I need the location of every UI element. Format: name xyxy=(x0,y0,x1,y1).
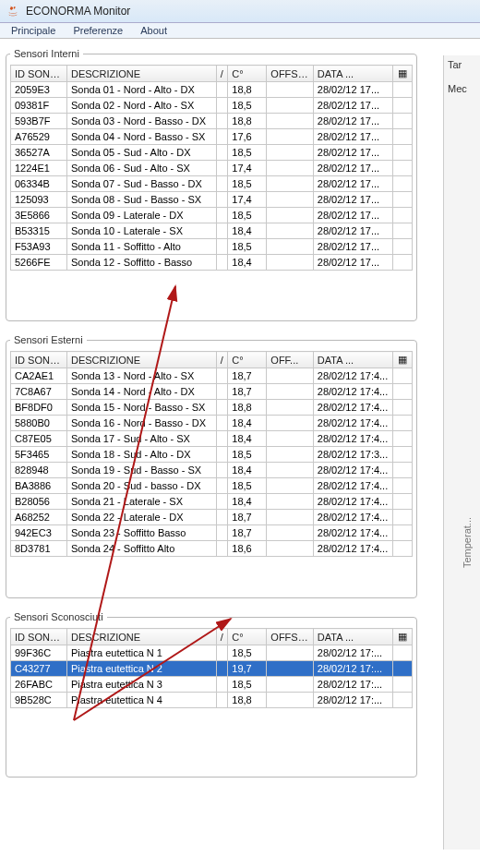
col-temp[interactable]: C° xyxy=(228,629,267,645)
table-row[interactable]: 3E5866Sonda 09 - Laterale - DX18,528/02/… xyxy=(11,208,413,223)
cell-desc: Sonda 14 - Nord - Alto - DX xyxy=(66,384,216,400)
table-row[interactable]: 828948Sonda 19 - Sud - Basso - SX18,428/… xyxy=(11,463,413,478)
cell-temp: 18,4 xyxy=(228,223,267,239)
cell-data: 28/02/12 17... xyxy=(313,114,392,129)
col-offset[interactable]: OFFSET xyxy=(267,629,313,645)
col-desc[interactable]: DESCRIZIONE xyxy=(66,66,216,82)
col-data[interactable]: DATA ... xyxy=(313,352,392,368)
table-row[interactable]: BF8DF0Sonda 15 - Nord - Basso - SX18,828… xyxy=(11,400,413,416)
table-row[interactable]: 942EC3Sonda 23 - Soffitto Basso18,728/02… xyxy=(11,525,413,541)
cell-menu xyxy=(392,541,412,557)
right-label-2: Mec xyxy=(448,83,480,94)
table-interni[interactable]: ID SONDA DESCRIZIONE / C° OFFSET DATA ..… xyxy=(10,65,413,271)
col-offset[interactable]: OFFSET xyxy=(267,66,313,82)
cell-sort xyxy=(216,176,228,192)
cell-offset xyxy=(267,255,313,271)
cell-sort xyxy=(216,129,228,145)
table-row[interactable]: A68252Sonda 22 - Laterale - DX18,728/02/… xyxy=(11,510,413,525)
table-row[interactable]: CA2AE1Sonda 13 - Nord - Alto - SX18,728/… xyxy=(11,368,413,384)
cell-desc: Sonda 03 - Nord - Basso - DX xyxy=(66,114,216,129)
cell-id: 09381F xyxy=(11,98,67,114)
col-id[interactable]: ID SONDA xyxy=(11,352,67,368)
table-row[interactable]: 5266FESonda 12 - Soffitto - Basso18,428/… xyxy=(11,255,413,271)
cell-data: 28/02/12 17:... xyxy=(313,693,392,708)
cell-data: 28/02/12 17:4... xyxy=(313,368,392,384)
table-row[interactable]: 06334BSonda 07 - Sud - Basso - DX18,528/… xyxy=(11,176,413,192)
cell-data: 28/02/12 17:3... xyxy=(313,447,392,463)
table-row[interactable]: C87E05Sonda 17 - Sud - Alto - SX18,428/0… xyxy=(11,431,413,447)
cell-temp: 18,5 xyxy=(228,645,267,661)
cell-desc: Sonda 02 - Nord - Alto - SX xyxy=(66,98,216,114)
col-temp[interactable]: C° xyxy=(228,66,267,82)
menu-principale[interactable]: Principale xyxy=(4,23,63,38)
table-row[interactable]: 593B7FSonda 03 - Nord - Basso - DX18,828… xyxy=(11,114,413,129)
table-row[interactable]: A76529Sonda 04 - Nord - Basso - SX17,628… xyxy=(11,129,413,145)
table-row[interactable]: 2059E3Sonda 01 - Nord - Alto - DX18,828/… xyxy=(11,82,413,98)
table-row[interactable]: 36527ASonda 05 - Sud - Alto - DX18,528/0… xyxy=(11,145,413,161)
cell-temp: 18,7 xyxy=(228,510,267,525)
cell-data: 28/02/12 17... xyxy=(313,192,392,208)
cell-id: 9B528C xyxy=(11,693,67,708)
table-row[interactable]: 9B528CPiastra eutettica N 418,828/02/12 … xyxy=(11,693,413,708)
table-row[interactable]: 125093Sonda 08 - Sud - Basso - SX17,428/… xyxy=(11,192,413,208)
cell-menu xyxy=(392,114,412,129)
col-menu-button[interactable]: ▦ xyxy=(392,352,412,368)
cell-id: 942EC3 xyxy=(11,525,67,541)
table-esterni[interactable]: ID SONDA DESCRIZIONE / C° OFF... DATA ..… xyxy=(10,351,413,557)
table-row[interactable]: 8D3781Sonda 24 - Soffitto Alto18,628/02/… xyxy=(11,541,413,557)
cell-sort xyxy=(216,463,228,478)
cell-offset xyxy=(267,145,313,161)
cell-desc: Sonda 04 - Nord - Basso - SX xyxy=(66,129,216,145)
cell-sort xyxy=(216,82,228,98)
table-row[interactable]: F53A93Sonda 11 - Soffitto - Alto18,528/0… xyxy=(11,239,413,255)
table-row[interactable]: 09381FSonda 02 - Nord - Alto - SX18,528/… xyxy=(11,98,413,114)
table-row[interactable]: 1224E1Sonda 06 - Sud - Alto - SX17,428/0… xyxy=(11,161,413,176)
col-data[interactable]: DATA ... xyxy=(313,66,392,82)
cell-data: 28/02/12 17:4... xyxy=(313,541,392,557)
cell-menu xyxy=(392,677,412,693)
col-desc[interactable]: DESCRIZIONE xyxy=(66,352,216,368)
col-sort[interactable]: / xyxy=(216,629,228,645)
cell-offset xyxy=(267,447,313,463)
cell-menu xyxy=(392,661,412,677)
col-id[interactable]: ID SONDA xyxy=(11,629,67,645)
cell-data: 28/02/12 17:4... xyxy=(313,384,392,400)
cell-temp: 18,5 xyxy=(228,98,267,114)
table-sconosciuti[interactable]: ID SONDA DESCRIZIONE / C° OFFSET DATA ..… xyxy=(10,628,413,708)
window-titlebar: ECONORMA Monitor xyxy=(0,0,480,23)
menu-about[interactable]: About xyxy=(133,23,174,38)
table-row[interactable]: 7C8A67Sonda 14 - Nord - Alto - DX18,728/… xyxy=(11,384,413,400)
cell-offset xyxy=(267,192,313,208)
table-row[interactable]: B53315Sonda 10 - Laterale - SX18,428/02/… xyxy=(11,223,413,239)
cell-id: 26FABC xyxy=(11,677,67,693)
cell-offset xyxy=(267,98,313,114)
cell-menu xyxy=(392,463,412,478)
col-desc[interactable]: DESCRIZIONE xyxy=(66,629,216,645)
cell-desc: Sonda 01 - Nord - Alto - DX xyxy=(66,82,216,98)
cell-id: F53A93 xyxy=(11,239,67,255)
table-row[interactable]: 5F3465Sonda 18 - Sud - Alto - DX18,528/0… xyxy=(11,447,413,463)
table-row[interactable]: 99F36CPiastra eutettica N 118,528/02/12 … xyxy=(11,645,413,661)
col-id[interactable]: ID SONDA xyxy=(11,66,67,82)
col-menu-button[interactable]: ▦ xyxy=(392,629,412,645)
col-temp[interactable]: C° xyxy=(228,352,267,368)
table-row[interactable]: 5880B0Sonda 16 - Nord - Basso - DX18,428… xyxy=(11,416,413,431)
col-sort[interactable]: / xyxy=(216,352,228,368)
col-menu-button[interactable]: ▦ xyxy=(392,66,412,82)
cell-id: 36527A xyxy=(11,145,67,161)
cell-sort xyxy=(216,510,228,525)
menu-preferenze[interactable]: Preferenze xyxy=(66,23,130,38)
table-row[interactable]: 26FABCPiastra eutettica N 318,528/02/12 … xyxy=(11,677,413,693)
cell-desc: Sonda 13 - Nord - Alto - SX xyxy=(66,368,216,384)
cell-desc: Sonda 24 - Soffitto Alto xyxy=(66,541,216,557)
cell-id: B53315 xyxy=(11,223,67,239)
cell-temp: 18,4 xyxy=(228,416,267,431)
cell-offset xyxy=(267,239,313,255)
col-data[interactable]: DATA ... xyxy=(313,629,392,645)
col-sort[interactable]: / xyxy=(216,66,228,82)
table-row[interactable]: C43277Piastra eutettica N 219,728/02/12 … xyxy=(11,661,413,677)
cell-sort xyxy=(216,192,228,208)
table-row[interactable]: BA3886Sonda 20 - Sud - basso - DX18,528/… xyxy=(11,478,413,494)
table-row[interactable]: B28056Sonda 21 - Laterale - SX18,428/02/… xyxy=(11,494,413,510)
col-offset[interactable]: OFF... xyxy=(267,352,313,368)
